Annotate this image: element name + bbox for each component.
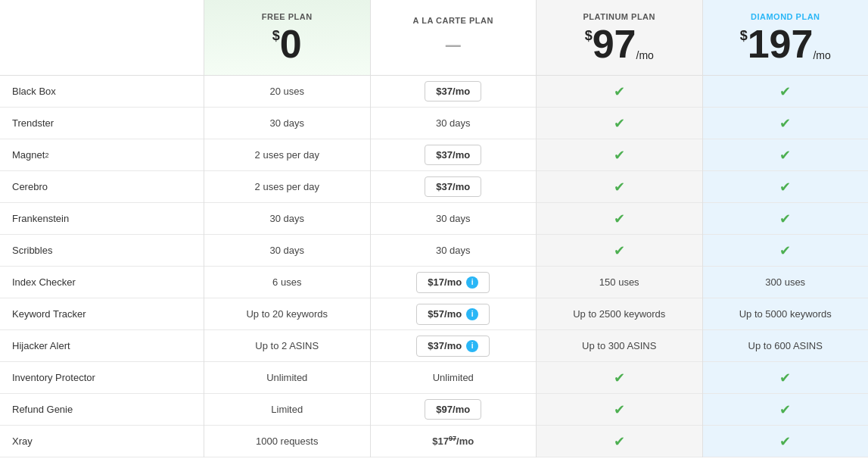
feature-row: Refund Genie [0,394,204,426]
check-icon: ✔ [614,370,625,386]
check-icon: ✔ [779,433,791,450]
plan-currency: $ [272,29,280,42]
plan-name: DIAMOND PLAN [751,12,820,21]
data-cell: 2 uses per day [204,139,370,171]
feature-row: Scribbles [0,235,204,267]
data-cell: $1797/mo [371,426,537,457]
feature-row: Magnet2 [0,139,204,171]
feature-row: Inventory Protector [0,362,204,394]
data-cell: ✔ [537,362,702,394]
price-badge-button[interactable]: $37/mo [425,145,481,165]
price-badge-button[interactable]: $97/mo [425,399,481,420]
check-icon: ✔ [779,401,791,418]
plan-price: $197/mo [740,24,831,64]
data-cell: 30 days [371,203,537,235]
info-icon[interactable]: i [466,308,478,320]
price-badge-button[interactable]: $37/mo [425,176,481,197]
data-cell: ✔ [703,76,869,108]
plan-per-mo: /mo [636,50,654,61]
data-cell: $37/mo [371,171,537,203]
feature-row: Black Box [0,76,204,108]
plan-col-free: FREE PLAN$020 uses30 days2 uses per day2… [204,0,371,457]
data-cell: 300 uses [703,267,869,298]
check-icon: ✔ [779,147,791,164]
plan-amount: 97 [593,24,636,64]
data-cell: $37/mo [371,139,537,171]
check-icon: ✔ [614,115,625,132]
feature-row: Xray [0,426,204,457]
data-cell: Unlimited [371,362,537,394]
data-cell: ✔ [537,139,702,171]
plan-price: $97/mo [585,24,654,64]
data-cell: Up to 5000 keywords [703,298,869,330]
plan-col-platinum: PLATINUM PLAN$97/mo✔✔✔✔✔✔150 usesUp to 2… [537,0,703,457]
plan-currency: $ [585,29,593,42]
plan-currency: $ [740,29,748,42]
price-badge-button[interactable]: $37/mo [425,81,481,101]
badge-price-label: $37/mo [428,340,462,351]
data-cell: $37/mo [371,76,537,108]
plan-header-free: FREE PLAN$0 [204,0,370,76]
check-icon: ✔ [614,242,625,259]
data-cell: $57/moi [371,298,537,330]
data-cell: $37/moi [371,330,537,362]
plan-col-diamond: DIAMOND PLAN$197/mo✔✔✔✔✔✔300 usesUp to 5… [703,0,869,457]
check-icon: ✔ [614,147,625,164]
plan-name: FREE PLAN [262,12,313,21]
badge-price-label: $37/mo [436,86,470,97]
feature-row: Keyword Tracker [0,298,204,330]
check-icon: ✔ [614,179,625,195]
data-cell: $17/moi [371,267,537,298]
data-cell: Up to 2500 keywords [537,298,702,330]
data-cell: 20 uses [204,76,370,108]
feature-row: Cerebro [0,171,204,203]
data-cell: 150 uses [537,267,702,298]
data-cell: ✔ [537,76,702,108]
xray-strikethrough: 97 [449,435,456,442]
plan-price-dash: – [446,28,461,60]
feature-column: Black BoxTrendsterMagnet2CerebroFrankens… [0,0,204,457]
data-cell: ✔ [537,108,702,139]
feature-row: Index Checker [0,267,204,298]
data-cell: ✔ [537,171,702,203]
badge-price-label: $17/mo [428,276,462,288]
data-cell: Up to 600 ASINS [703,330,869,362]
data-cell: ✔ [537,203,702,235]
check-icon: ✔ [614,433,625,450]
check-icon: ✔ [614,211,625,227]
info-icon[interactable]: i [466,340,478,352]
check-icon: ✔ [779,115,791,132]
data-cell: ✔ [703,108,869,139]
plan-col-alacarte: A LA CARTE PLAN–$37/mo30 days$37/mo$37/m… [371,0,537,457]
plan-header-platinum: PLATINUM PLAN$97/mo [537,0,702,76]
data-cell: ✔ [703,235,869,267]
check-icon: ✔ [779,242,791,259]
data-cell: Up to 2 ASINS [204,330,370,362]
feature-row: Frankenstein [0,203,204,235]
data-cell: Unlimited [204,362,370,394]
data-cell: 30 days [371,108,537,139]
data-cell: 6 uses [204,267,370,298]
plan-header-diamond: DIAMOND PLAN$197/mo [703,0,869,76]
data-cell: ✔ [703,426,869,457]
plan-amount: 197 [748,24,814,64]
check-icon: ✔ [779,83,791,100]
price-badge-button[interactable]: $17/moi [416,272,490,293]
plan-amount: 0 [280,24,302,64]
price-badge-button[interactable]: $57/moi [416,304,490,325]
price-badge-button[interactable]: $37/moi [416,336,490,357]
badge-price-label: $97/mo [436,404,470,415]
plan-name: A LA CARTE PLAN [413,16,493,25]
data-cell: $97/mo [371,394,537,426]
data-cell: 30 days [204,203,370,235]
plan-price: $0 [272,24,302,64]
data-cell: ✔ [537,426,702,457]
badge-price-label: $57/mo [428,308,462,320]
data-cell: ✔ [703,139,869,171]
info-icon[interactable]: i [466,276,478,289]
check-icon: ✔ [779,179,791,195]
badge-price-label: $37/mo [436,149,470,161]
plan-header-alacarte: A LA CARTE PLAN– [371,0,537,76]
data-cell: Up to 300 ASINS [537,330,702,362]
data-cell: 1000 requests [204,426,370,457]
